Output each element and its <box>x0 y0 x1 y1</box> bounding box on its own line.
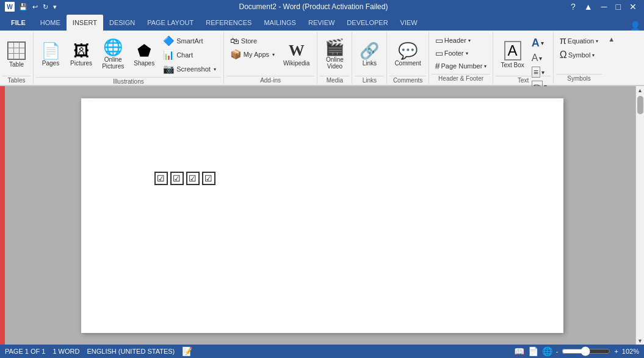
vertical-scrollbar[interactable]: ▲ ▼ <box>635 86 644 345</box>
screenshot-label: Screenshot <box>176 65 211 73</box>
scroll-thumb[interactable] <box>637 96 643 114</box>
footer-button[interactable]: ▭ Footer ▾ <box>433 47 490 59</box>
footer-label: Footer <box>444 49 464 57</box>
text-icon-2: ▾ <box>541 40 544 46</box>
group-symbols: π Equation ▾ Ω Symbol ▾ Symbols <box>554 32 604 84</box>
checkbox-row: ☑ ☑ ☑ ☑ <box>154 172 539 185</box>
shapes-button[interactable]: ⬟ Shapes <box>130 34 158 75</box>
group-header-footer: ▭ Header ▾ ▭ Footer ▾ # Page Number ▾ <box>429 32 494 84</box>
document-area[interactable]: ☑ ☑ ☑ ☑ ▲ ▼ <box>0 86 644 345</box>
checkbox-3[interactable]: ☑ <box>186 172 200 185</box>
store-label: Store <box>241 37 257 45</box>
text-btn-1[interactable]: A ▾ <box>529 35 549 51</box>
symbols-col: π Equation ▾ Ω Symbol ▾ <box>557 34 601 62</box>
ribbon-collapse-icon[interactable]: ▲ <box>607 34 616 44</box>
ribbon-collapse-button[interactable]: ▲ <box>582 2 595 12</box>
pictures-icon: 🖼 <box>73 43 89 59</box>
symbol-button[interactable]: Ω Symbol ▾ <box>557 48 601 62</box>
wikipedia-label: Wikipedia <box>283 60 309 67</box>
online-video-button[interactable]: 🎬 Online Video <box>321 34 348 75</box>
addins-group-content: 🛍 Store 📦 My Apps ▾ W Wikipedia <box>226 33 315 76</box>
tab-review[interactable]: REVIEW <box>302 15 341 31</box>
page-number-button[interactable]: # Page Number ▾ <box>433 60 490 72</box>
tab-page-layout[interactable]: PAGE LAYOUT <box>141 15 200 31</box>
equation-button[interactable]: π Equation ▾ <box>557 34 601 48</box>
tab-insert[interactable]: INSERT <box>67 15 103 31</box>
addins-group-label: Add-ins <box>226 76 315 84</box>
customize-qat-button[interactable]: ▾ <box>51 2 59 12</box>
maximize-button[interactable]: □ <box>613 2 623 12</box>
checkbox-4[interactable]: ☑ <box>202 172 215 185</box>
tab-bar: FILE HOME INSERT DESIGN PAGE LAYOUT REFE… <box>0 13 644 31</box>
header-arrow: ▾ <box>468 38 471 43</box>
symbol-label: Symbol <box>568 51 591 59</box>
myapps-button[interactable]: 📦 My Apps ▾ <box>228 48 278 61</box>
equation-icon: π <box>560 35 566 46</box>
online-pictures-button[interactable]: 🌐 Online Pictures <box>98 34 128 75</box>
minimize-button[interactable]: ─ <box>599 2 610 12</box>
media-group-content: 🎬 Online Video <box>320 33 349 76</box>
page-number-icon: # <box>435 61 440 71</box>
textbox-button[interactable]: A Text Box <box>497 34 527 75</box>
tables-group-label: Tables <box>2 76 31 84</box>
equation-label: Equation <box>568 37 594 45</box>
scroll-down-arrow[interactable]: ▼ <box>636 337 644 345</box>
status-bar: PAGE 1 OF 1 1 WORD ENGLISH (UNITED STATE… <box>0 345 644 345</box>
tab-file[interactable]: FILE <box>2 15 34 31</box>
pictures-button[interactable]: 🖼 Pictures <box>67 34 96 75</box>
group-tables: Table Tables <box>0 32 34 84</box>
save-button[interactable]: 💾 <box>17 2 29 12</box>
pages-label: Pages <box>42 60 59 67</box>
header-button[interactable]: ▭ Header ▾ <box>433 34 490 46</box>
symbols-group-content: π Equation ▾ Ω Symbol ▾ <box>556 33 602 74</box>
screenshot-arrow: ▾ <box>212 67 217 72</box>
screenshot-icon: 📷 <box>163 64 175 75</box>
group-links: 🔗 Links Links <box>352 32 387 84</box>
tab-design[interactable]: DESIGN <box>103 15 141 31</box>
footer-arrow: ▾ <box>466 51 468 56</box>
checkbox-1[interactable]: ☑ <box>154 172 168 185</box>
store-button[interactable]: 🛍 Store <box>228 34 278 47</box>
comment-button[interactable]: 💬 Comment <box>391 34 424 75</box>
table-button[interactable]: Table <box>4 34 29 75</box>
tab-developer[interactable]: DEVELOPER <box>341 15 394 31</box>
undo-button[interactable]: ↩ <box>31 2 40 12</box>
textbox-label: Text Box <box>501 62 524 68</box>
close-button[interactable]: ✕ <box>627 2 639 12</box>
links-icon: 🔗 <box>360 43 379 59</box>
links-button[interactable]: 🔗 Links <box>356 34 383 75</box>
symbol-arrow: ▾ <box>592 53 595 58</box>
myapps-arrow: ▾ <box>271 52 276 57</box>
tab-view[interactable]: VIEW <box>394 15 424 31</box>
redo-button[interactable]: ↻ <box>41 2 50 12</box>
chart-button[interactable]: 📊 Chart <box>161 48 220 62</box>
media-group-label: Media <box>320 76 349 84</box>
chart-icon: 📊 <box>163 49 175 60</box>
tab-home[interactable]: HOME <box>34 15 67 31</box>
online-video-icon: 🎬 <box>325 39 344 55</box>
title-bar-controls: ? ▲ ─ □ ✕ <box>568 2 639 12</box>
tab-references[interactable]: REFERENCES <box>200 15 258 31</box>
links-label: Links <box>363 60 377 67</box>
shapes-label: Shapes <box>134 60 154 67</box>
checkbox-2[interactable]: ☑ <box>170 172 184 185</box>
account-icon[interactable]: 👤 <box>630 21 640 31</box>
links-group-label: Links <box>355 76 384 84</box>
smartart-button[interactable]: 🔷 SmartArt <box>161 34 220 48</box>
text-btn-2[interactable]: A ▾ <box>529 51 549 65</box>
document-page[interactable]: ☑ ☑ ☑ ☑ <box>81 98 563 333</box>
help-button[interactable]: ? <box>568 2 578 12</box>
wikipedia-button[interactable]: W Wikipedia <box>280 34 313 75</box>
scroll-up-arrow[interactable]: ▲ <box>636 86 644 95</box>
wikipedia-icon: W <box>289 43 305 59</box>
screenshot-button[interactable]: 📷 Screenshot ▾ <box>161 62 220 76</box>
illustrations-group-content: 📄 Pages 🖼 Pictures 🌐 Online Pictures ⬟ S… <box>36 33 221 77</box>
online-video-label: Online Video <box>326 56 344 70</box>
quick-access-toolbar: 💾 ↩ ↻ ▾ <box>17 2 59 12</box>
comments-group-label: Comments <box>389 76 425 84</box>
group-text: A Text Box A ▾ A ▾ ≡ ▾ <box>493 32 553 84</box>
myapps-icon: 📦 <box>230 49 242 60</box>
pages-button[interactable]: 📄 Pages <box>37 34 64 75</box>
tab-mailings[interactable]: MAILINGS <box>258 15 302 31</box>
pictures-label: Pictures <box>70 60 92 67</box>
